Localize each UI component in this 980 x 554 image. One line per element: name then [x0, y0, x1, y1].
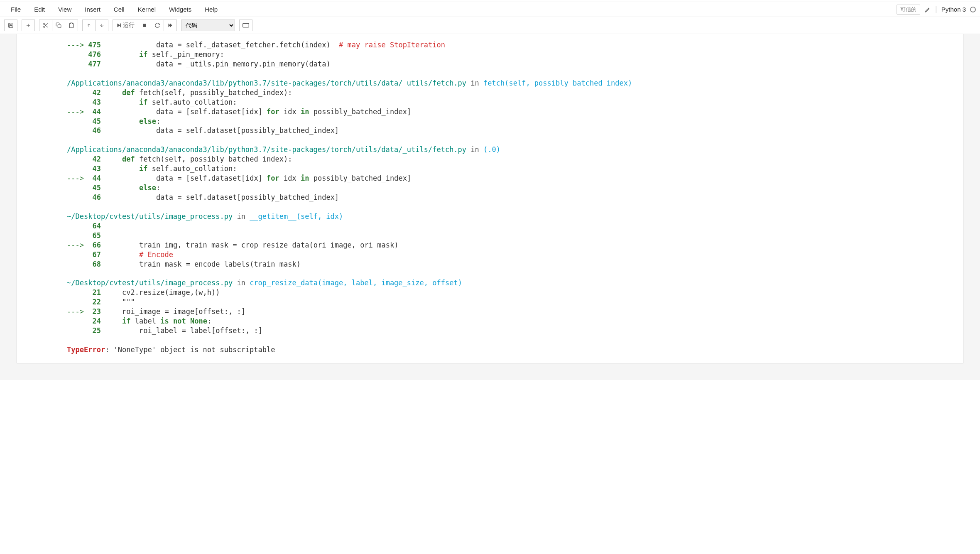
copy-button[interactable]: [52, 20, 65, 31]
notebook-area[interactable]: ---> 475 data = self._dataset_fetcher.fe…: [0, 34, 980, 380]
menu-widgets[interactable]: Widgets: [162, 2, 198, 17]
menu-view[interactable]: View: [51, 2, 78, 17]
menu-insert[interactable]: Insert: [78, 2, 107, 17]
svg-marker-14: [169, 24, 171, 27]
svg-line-5: [46, 26, 47, 27]
menubar-left: File Edit View Insert Cell Kernel Widget…: [4, 2, 224, 17]
menubar: File Edit View Insert Cell Kernel Widget…: [0, 2, 980, 17]
trusted-button[interactable]: 可信的: [897, 5, 920, 15]
kernel-separator: |: [935, 5, 937, 14]
svg-marker-15: [170, 24, 172, 27]
kernel-name[interactable]: Python 3: [941, 6, 966, 13]
pencil-icon[interactable]: [924, 6, 931, 13]
cell-type-select[interactable]: 代码: [181, 20, 235, 31]
svg-point-2: [44, 23, 45, 25]
svg-marker-11: [118, 24, 120, 27]
menubar-right: 可信的 | Python 3: [897, 5, 976, 15]
svg-rect-13: [143, 24, 146, 27]
menu-kernel[interactable]: Kernel: [131, 2, 162, 17]
run-button[interactable]: 运行: [113, 20, 138, 31]
command-palette-button[interactable]: [239, 20, 252, 31]
run-button-label: 运行: [123, 22, 135, 29]
move-up-button[interactable]: [82, 20, 96, 31]
svg-line-6: [45, 25, 46, 25]
insert-cell-button[interactable]: [22, 20, 35, 31]
menu-edit[interactable]: Edit: [27, 2, 51, 17]
svg-point-3: [44, 26, 45, 28]
paste-button[interactable]: [65, 20, 78, 31]
menu-file[interactable]: File: [4, 2, 27, 17]
restart-button[interactable]: [151, 20, 164, 31]
menu-help[interactable]: Help: [198, 2, 224, 17]
traceback-output: ---> 475 data = self._dataset_fetcher.fe…: [17, 34, 963, 363]
svg-rect-8: [71, 23, 73, 24]
svg-rect-7: [58, 25, 61, 28]
kernel-indicator-icon[interactable]: [970, 7, 976, 12]
save-button[interactable]: [4, 20, 17, 31]
svg-rect-12: [120, 24, 121, 27]
toolbar: 运行 代码: [0, 17, 980, 34]
svg-rect-16: [243, 23, 249, 27]
cut-button[interactable]: [39, 20, 52, 31]
menu-cell[interactable]: Cell: [107, 2, 131, 17]
move-down-button[interactable]: [95, 20, 108, 31]
restart-run-all-button[interactable]: [164, 20, 177, 31]
interrupt-button[interactable]: [138, 20, 151, 31]
